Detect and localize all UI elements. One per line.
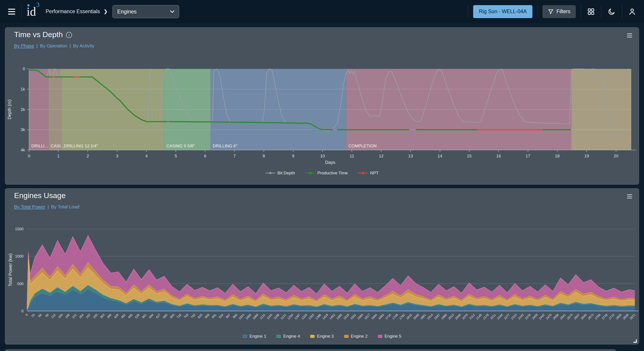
area-marker-icon <box>242 335 247 338</box>
apps-grid-button[interactable] <box>586 6 596 17</box>
menu-button[interactable] <box>7 8 16 16</box>
legend-item-engine-5[interactable]: Engine 5 <box>378 334 402 339</box>
svg-text:8: 8 <box>263 154 265 158</box>
svg-text:7: 7 <box>233 154 236 158</box>
svg-text:2277: 2277 <box>503 313 510 320</box>
logo-sup: 3 <box>36 1 40 8</box>
svg-text:2475: 2475 <box>545 313 552 320</box>
filters-button[interactable]: Filters <box>542 5 576 18</box>
filter-icon <box>548 9 554 14</box>
svg-text:1485: 1485 <box>336 313 343 320</box>
svg-text:2376: 2376 <box>524 313 532 320</box>
svg-text:20: 20 <box>614 154 618 158</box>
svg-text:Depth (m): Depth (m) <box>7 100 12 120</box>
square-marker-icon <box>305 171 315 175</box>
svg-text:2k: 2k <box>20 107 25 112</box>
header-divider <box>581 5 581 18</box>
svg-text:1419: 1419 <box>322 313 329 320</box>
legend-item-engine-1[interactable]: Engine 1 <box>242 334 266 339</box>
moon-icon <box>608 8 616 16</box>
svg-text:13: 13 <box>408 154 413 158</box>
apps-grid-icon <box>587 8 595 16</box>
time-vs-depth-legend: Bit DepthProductive TimeNPT <box>5 170 639 176</box>
legend-item-engine-3[interactable]: Engine 3 <box>310 334 334 339</box>
panel-resize-handle[interactable] <box>634 339 637 343</box>
legend-item-npt[interactable]: NPT <box>358 170 378 176</box>
svg-text:2541: 2541 <box>559 313 566 320</box>
svg-text:1: 1 <box>57 154 60 158</box>
page-select[interactable]: Engines <box>112 5 179 18</box>
user-button[interactable] <box>627 6 637 17</box>
svg-text:2046: 2046 <box>454 313 462 320</box>
time-vs-depth-panel: Time vs Depth i By Phase | By Operation … <box>5 27 639 185</box>
svg-text:1551: 1551 <box>350 313 357 320</box>
filters-label: Filters <box>556 8 570 14</box>
legend-item-productive-time[interactable]: Productive Time <box>305 170 348 176</box>
svg-text:594: 594 <box>148 313 154 319</box>
svg-text:2079: 2079 <box>461 313 468 320</box>
legend-item-bit-depth[interactable]: Bit Depth <box>266 170 295 176</box>
legend-label: Engine 5 <box>384 334 402 339</box>
legend-label: Engine 2 <box>351 334 368 339</box>
svg-text:2508: 2508 <box>552 313 560 320</box>
svg-text:17: 17 <box>526 154 530 158</box>
rig-well-button[interactable]: Rig Sun - WELL-04A <box>473 5 532 18</box>
dark-mode-button[interactable] <box>606 6 617 17</box>
legend-item-engine-2[interactable]: Engine 2 <box>344 334 368 339</box>
svg-text:2772: 2772 <box>608 313 616 320</box>
svg-text:66: 66 <box>38 313 42 318</box>
svg-text:CASI...: CASI... <box>51 144 64 148</box>
svg-text:1881: 1881 <box>420 313 427 320</box>
svg-text:19: 19 <box>584 154 589 158</box>
svg-text:1056: 1056 <box>245 313 252 320</box>
svg-text:1650: 1650 <box>370 313 378 320</box>
area-marker-icon <box>344 335 348 338</box>
svg-text:6: 6 <box>204 154 206 158</box>
svg-text:297: 297 <box>86 313 92 319</box>
hamburger-icon <box>8 9 15 14</box>
legend-item-engine-4[interactable]: Engine 4 <box>276 334 300 339</box>
svg-text:DRILLING 12 1/4": DRILLING 12 1/4" <box>64 144 98 148</box>
svg-text:0: 0 <box>22 309 24 313</box>
svg-text:495: 495 <box>127 313 133 319</box>
svg-text:1683: 1683 <box>378 313 385 320</box>
app-header: id3 Performance Essentials ❯ Engines Rig… <box>0 0 644 23</box>
svg-text:429: 429 <box>113 313 120 319</box>
svg-text:2838: 2838 <box>622 313 629 320</box>
logo-text: id <box>26 5 36 18</box>
svg-text:2145: 2145 <box>476 313 482 320</box>
svg-text:33: 33 <box>31 313 35 318</box>
svg-text:0: 0 <box>22 66 25 71</box>
user-icon <box>628 8 636 16</box>
svg-text:2706: 2706 <box>594 313 601 320</box>
svg-text:165: 165 <box>58 313 64 319</box>
legend-label: Productive Time <box>317 170 348 176</box>
svg-text:561: 561 <box>141 313 147 319</box>
svg-text:1386: 1386 <box>314 313 322 320</box>
svg-text:2442: 2442 <box>538 313 546 320</box>
svg-text:1155: 1155 <box>266 313 273 320</box>
diamond-marker-icon <box>266 171 275 175</box>
svg-text:1122: 1122 <box>259 313 266 320</box>
svg-text:198: 198 <box>64 313 70 319</box>
svg-text:2409: 2409 <box>531 313 538 320</box>
legend-label: Engine 1 <box>249 334 266 339</box>
svg-text:957: 957 <box>225 313 231 319</box>
svg-text:5: 5 <box>175 154 177 158</box>
svg-text:1452: 1452 <box>329 313 336 320</box>
svg-text:DRILLING 6": DRILLING 6" <box>213 144 237 148</box>
star-marker-icon <box>358 171 368 175</box>
svg-text:330: 330 <box>92 313 98 319</box>
time-vs-depth-chart: 01k2k3k4k0123456789101112131415161718192… <box>5 28 639 184</box>
svg-text:1254: 1254 <box>287 313 294 320</box>
svg-text:1500: 1500 <box>15 227 24 231</box>
svg-text:99: 99 <box>45 313 50 318</box>
svg-text:1518: 1518 <box>342 313 350 320</box>
header-divider <box>22 5 22 18</box>
svg-text:1353: 1353 <box>308 313 315 320</box>
area-marker-icon <box>276 335 281 338</box>
svg-text:462: 462 <box>120 313 126 319</box>
breadcrumb: Performance Essentials <box>46 8 100 14</box>
svg-text:14: 14 <box>438 154 442 158</box>
svg-text:2112: 2112 <box>468 313 476 320</box>
